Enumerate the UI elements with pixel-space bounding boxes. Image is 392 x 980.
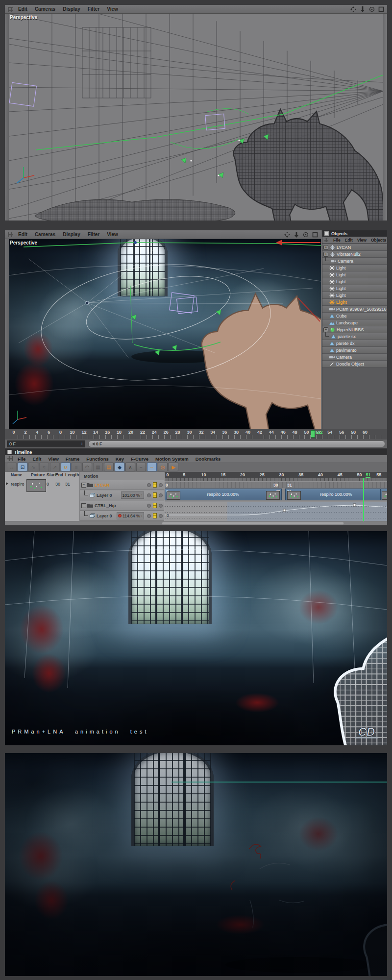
menu-item-f-curve[interactable]: F-Curve: [131, 456, 148, 462]
spinner-icon[interactable]: ↕: [141, 493, 143, 497]
motion-clip-icon[interactable]: ▤: [104, 463, 114, 471]
menu-item-edit[interactable]: Edit: [345, 238, 353, 243]
mute-toggle-icon[interactable]: [147, 514, 151, 518]
ripple-edit-icon[interactable]: ≡: [72, 463, 81, 471]
track-strength-field[interactable]: 101.00 %↕: [121, 491, 144, 499]
object-tree-item[interactable]: Landscape: [322, 319, 387, 326]
scale-keys-icon[interactable]: ↗: [50, 463, 60, 471]
frame-ruler[interactable]: 0246810121416182022242628303234363840424…: [5, 429, 387, 440]
timeline-ruler[interactable]: 051015202530354045505551: [165, 472, 387, 478]
spinner-icon[interactable]: ↕: [81, 441, 83, 446]
object-tree-item[interactable]: +LYCAN: [322, 244, 387, 251]
menu-item-edit[interactable]: Edit: [18, 6, 27, 12]
menu-item-key[interactable]: Key: [116, 456, 124, 462]
menu-item-filter[interactable]: Filter: [88, 232, 99, 237]
lock-toggle-icon[interactable]: [159, 514, 163, 518]
menu-item-cameras[interactable]: Cameras: [35, 6, 55, 12]
wireframe-viewport[interactable]: [9, 14, 383, 220]
rotate-view-icon[interactable]: [369, 6, 375, 12]
track-row-lycan[interactable]: −LYCAN: [80, 480, 164, 490]
menu-item-filter[interactable]: Filter: [88, 6, 99, 12]
track-row-layer-0[interactable]: Layer 0114.64 %↕: [80, 511, 164, 521]
lock-toggle-icon[interactable]: [159, 493, 163, 497]
object-tree-item[interactable]: Light: [322, 265, 387, 271]
menu-item-motion-system[interactable]: Motion System: [155, 456, 189, 462]
fcurve-snap-icon[interactable]: ≈: [39, 463, 49, 471]
solo-toggle-icon[interactable]: [153, 492, 157, 498]
solo-toggle-icon[interactable]: [153, 482, 157, 488]
lock-toggle-icon[interactable]: [159, 504, 163, 508]
object-tree-item[interactable]: Doodle Object: [322, 361, 387, 368]
current-frame-input[interactable]: 0 F↕: [7, 441, 85, 447]
timeline-hscrollbar[interactable]: [5, 521, 387, 525]
menu-item-view[interactable]: View: [107, 6, 118, 12]
playhead-line[interactable]: [363, 478, 364, 521]
snap-magnet-icon[interactable]: ∪: [61, 463, 71, 471]
dolly-view-icon[interactable]: [360, 6, 366, 12]
object-tree-item[interactable]: Light: [322, 271, 387, 278]
object-tree-item[interactable]: Camera: [322, 258, 387, 265]
menu-item-display[interactable]: Display: [63, 6, 80, 12]
move-key-icon[interactable]: ↔: [7, 463, 17, 471]
object-tree-item[interactable]: pavimento: [322, 347, 387, 354]
menu-item-edit[interactable]: Edit: [32, 456, 41, 462]
menu-grid-handle-icon[interactable]: [8, 232, 13, 237]
track-strength-field[interactable]: 114.64 %↕: [117, 512, 144, 519]
menu-item-file[interactable]: File: [333, 238, 341, 243]
collapse-toggle-icon[interactable]: −: [81, 483, 86, 488]
timeline-track-area[interactable]: 051015202530354045505551 03031 respiro 1…: [165, 472, 387, 521]
linear-keys-icon[interactable]: ∧: [125, 463, 135, 471]
mute-toggle-icon[interactable]: [147, 483, 151, 487]
motion-clip[interactable]: respiro 100.00%31: [285, 489, 387, 500]
play-forward-icon[interactable]: ▶: [169, 463, 178, 471]
menu-grid-handle-icon[interactable]: [8, 7, 13, 12]
menu-item-objects[interactable]: Objects: [371, 238, 386, 243]
menu-item-view[interactable]: View: [48, 456, 58, 462]
region-select-icon[interactable]: ⊡: [18, 463, 27, 471]
motion-clip[interactable]: respiro 100.00%030: [165, 489, 282, 500]
fcurve-mode-icon[interactable]: ∿: [28, 463, 38, 471]
object-tree-item[interactable]: Cube: [322, 313, 387, 319]
menu-item-bookmarks[interactable]: Bookmarks: [196, 456, 221, 462]
expand-toggle-icon[interactable]: +: [323, 252, 328, 257]
object-tree-item[interactable]: parete sx: [322, 333, 387, 340]
object-tree-item[interactable]: Light: [322, 292, 387, 299]
menu-item-edit[interactable]: Edit: [18, 232, 27, 237]
lock-toggle-icon[interactable]: [159, 483, 163, 487]
rotate-view-icon[interactable]: [303, 232, 309, 238]
record-options-icon[interactable]: ◎: [158, 463, 168, 471]
object-tree-item[interactable]: Light: [322, 299, 387, 306]
track-row-layer-0[interactable]: Layer 0101.00 %↕: [80, 490, 164, 500]
collapse-toggle-icon[interactable]: −: [81, 503, 86, 508]
menu-item-functions[interactable]: Functions: [86, 456, 108, 462]
object-tree-item[interactable]: parete dx: [322, 340, 387, 347]
shaded-viewport[interactable]: [9, 239, 321, 429]
timeline-titlebar[interactable]: Timeline: [5, 449, 387, 455]
object-tree-item[interactable]: Light: [322, 285, 387, 292]
pan-view-icon[interactable]: [350, 6, 356, 12]
menu-item-cameras[interactable]: Cameras: [35, 232, 55, 237]
objects-titlebar[interactable]: Objects: [322, 230, 387, 237]
playhead-handle[interactable]: [311, 430, 315, 438]
expand-toggle-icon[interactable]: +: [323, 245, 328, 250]
powerslider-handle[interactable]: 0 F: [89, 441, 105, 446]
object-tree-item[interactable]: PCam 939897_56029216: [322, 306, 387, 313]
object-tree-item[interactable]: +HyperNURBS: [322, 326, 387, 333]
menu-item-frame[interactable]: Frame: [66, 456, 80, 462]
expand-arrow-icon[interactable]: [6, 482, 8, 485]
timeline-powerslider[interactable]: 0 F: [88, 441, 385, 447]
toggle-view-icon[interactable]: [312, 232, 318, 238]
track-row-ctrl-hip[interactable]: −CTRL_Hip: [80, 501, 164, 511]
solo-toggle-icon[interactable]: [153, 513, 157, 518]
step-keys-icon[interactable]: −: [136, 463, 146, 471]
menu-item-display[interactable]: Display: [63, 232, 80, 237]
object-tree-item[interactable]: Light: [322, 278, 387, 285]
motion-clip[interactable]: [380, 489, 387, 500]
solo-toggle-icon[interactable]: [153, 503, 157, 508]
expand-toggle-icon[interactable]: +: [323, 327, 328, 332]
menu-grid-handle-icon[interactable]: [324, 238, 328, 242]
menu-grid-handle-icon[interactable]: [7, 456, 13, 461]
pan-view-icon[interactable]: [284, 232, 290, 238]
menu-item-view[interactable]: View: [107, 232, 118, 237]
dolly-view-icon[interactable]: [294, 232, 299, 238]
